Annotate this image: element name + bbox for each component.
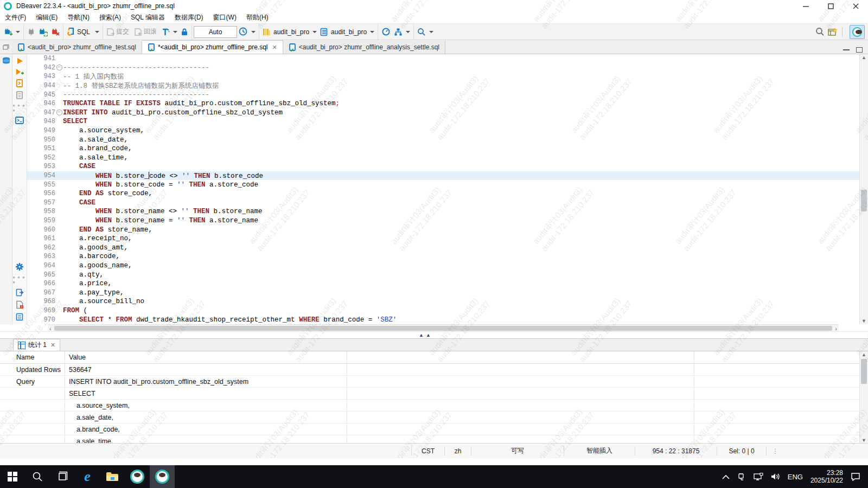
code-line-943[interactable]: 943-- 1 插入国内数据 <box>27 72 859 81</box>
connection-dropdown-caret[interactable] <box>16 31 20 33</box>
sql-editor-button[interactable]: SQL <box>65 26 93 37</box>
sql-dropdown-caret[interactable] <box>95 31 99 33</box>
table-row[interactable]: a.brand_code, <box>0 423 860 435</box>
minimize-editor-icon[interactable] <box>842 46 851 54</box>
export-result-icon[interactable] <box>16 288 24 297</box>
editor-vertical-scrollbar[interactable]: ▲ ▼ <box>859 54 868 324</box>
fold-column[interactable]: − <box>55 110 63 115</box>
commit-mode-combo[interactable]: Auto <box>194 26 237 38</box>
settings-gear-icon[interactable] <box>15 262 24 271</box>
action-center-icon[interactable] <box>851 472 860 481</box>
minimize-button[interactable] <box>793 0 818 12</box>
code-line-955[interactable]: 955 WHEN b.store_code = '' THEN a.store_… <box>27 180 859 189</box>
code-line-958[interactable]: 958 WHEN b.store_name <> '' THEN b.store… <box>27 207 859 216</box>
save-file-error-icon[interactable] <box>16 300 24 309</box>
code-line-951[interactable]: 951 a.brand_code, <box>27 144 859 153</box>
code-line-950[interactable]: 950 a.sale_date, <box>27 135 859 144</box>
fold-collapse-icon[interactable]: − <box>56 110 62 115</box>
plan-dropdown-caret[interactable] <box>406 31 410 33</box>
editor-tab-1[interactable]: <audit_bi_pro> zhumr_offline_test.sql <box>12 41 142 54</box>
execute-script-icon[interactable] <box>16 79 23 87</box>
code-line-969[interactable]: 969FROM ( <box>27 306 859 316</box>
menu-item-搜索(A)[interactable]: 搜索(A) <box>94 13 126 22</box>
tray-expand-chevron-icon[interactable] <box>722 474 730 479</box>
editor-horizontal-scrollbar[interactable]: ‹ › <box>48 324 839 332</box>
search-dropdown-caret[interactable] <box>429 31 433 33</box>
transaction-dropdown-caret[interactable] <box>173 31 177 33</box>
dbeaver-taskbar-icon[interactable] <box>125 465 150 488</box>
code-line-949[interactable]: 949 a.source_system, <box>27 126 859 136</box>
menu-item-导航(N)[interactable]: 导航(N) <box>62 13 94 22</box>
editor-scroll-thumb[interactable] <box>861 190 867 211</box>
output-console-icon[interactable] <box>15 117 24 124</box>
disconnect-button[interactable] <box>25 27 37 37</box>
code-line-953[interactable]: 953 CASE <box>27 162 859 171</box>
maximize-editor-icon[interactable] <box>855 46 864 54</box>
taskbar-clock[interactable]: 23:28 2025/10/22 <box>810 469 843 484</box>
history-dropdown-caret[interactable] <box>251 31 256 33</box>
global-search-icon[interactable] <box>814 26 826 37</box>
results-scroll-up-arrow[interactable]: ▲ <box>860 352 868 357</box>
file-compare-icon[interactable] <box>16 313 23 321</box>
dbeaver-perspective-button[interactable] <box>850 25 865 39</box>
table-row[interactable]: a.sale_time, <box>0 435 860 444</box>
menu-item-窗口(W)[interactable]: 窗口(W) <box>208 13 241 22</box>
results-scroll-down-arrow[interactable]: ▼ <box>860 438 868 443</box>
table-row[interactable]: Updated Rows536647 <box>0 364 860 376</box>
table-row[interactable]: a.source_system, <box>0 400 860 412</box>
table-row[interactable]: QueryINSERT INTO audit_bi_pro.custom_off… <box>0 376 860 388</box>
code-line-963[interactable]: 963 a.barcode, <box>27 252 859 261</box>
database-navigator-icon[interactable] <box>2 56 11 65</box>
code-line-966[interactable]: 966 a.price, <box>27 279 859 288</box>
dashboard-icon[interactable] <box>380 26 392 37</box>
editor-tab-2[interactable]: *<audit_bi_pro> zhumr_offline_pre.sql✕ <box>142 40 283 54</box>
code-line-962[interactable]: 962 a.goods_amt, <box>27 243 859 252</box>
code-line-965[interactable]: 965 a.qty, <box>27 270 859 279</box>
file-explorer-icon[interactable] <box>100 465 125 488</box>
taskbar-search-button[interactable] <box>25 465 50 488</box>
code-line-968[interactable]: 968 a.source_bill_no <box>27 297 859 306</box>
editor-tab-3[interactable]: <audit_bi_pro> zhumr_offline_analysis_se… <box>283 41 445 54</box>
menu-item-文件(F)[interactable]: 文件(F) <box>0 13 31 22</box>
code-line-945[interactable]: 945------------------------------------ <box>27 90 859 99</box>
code-line-970[interactable]: 970 SELECT * FROM dwd_trade_hkaudit_shop… <box>27 315 859 324</box>
start-button[interactable] <box>0 465 25 488</box>
rollback-button[interactable]: 回滚 <box>132 26 160 37</box>
table-row[interactable]: a.sale_date, <box>0 412 860 423</box>
tab-statistics[interactable]: 统计 1 ✕ <box>13 339 60 351</box>
dbeaver-taskbar-icon-active[interactable] <box>150 465 175 488</box>
code-line-957[interactable]: 957 CASE <box>27 198 859 208</box>
scroll-down-arrow[interactable]: ▼ <box>860 318 868 324</box>
menu-item-数据库(D)[interactable]: 数据库(D) <box>170 13 208 22</box>
export-plan-icon[interactable] <box>392 27 404 37</box>
menu-item-SQL 编辑器[interactable]: SQL 编辑器 <box>126 13 170 22</box>
code-line-941[interactable]: 941 <box>27 54 859 63</box>
abort-connection-button[interactable] <box>49 27 61 37</box>
code-line-956[interactable]: 956 END AS store_code, <box>27 189 859 198</box>
column-header-value[interactable]: Value <box>65 351 347 363</box>
statistics-tab-close-icon[interactable]: ✕ <box>50 342 55 349</box>
panel-sash[interactable]: ▲▲ <box>0 331 868 339</box>
code-line-952[interactable]: 952 a.sale_time, <box>27 153 859 163</box>
active-connection-name[interactable]: audit_bi_pro <box>273 28 309 36</box>
transaction-history-icon[interactable] <box>237 26 250 37</box>
active-schema-name[interactable]: audit_bi_pro <box>331 28 367 36</box>
sash-restore-arrows[interactable]: ▲▲ <box>419 332 431 338</box>
commit-button[interactable]: 提交 <box>105 26 132 37</box>
network-display-tray-icon[interactable] <box>754 473 763 480</box>
code-line-948[interactable]: 948SELECT <box>27 117 859 126</box>
toolbar-search-icon[interactable] <box>416 27 427 37</box>
fold-collapse-icon[interactable]: − <box>56 65 62 70</box>
code-line-944[interactable]: 944-- 1.8 替换SBZ老系统店铺数据为新系统店铺数据 <box>27 81 859 91</box>
reconnect-button[interactable] <box>37 27 49 37</box>
maximize-button[interactable] <box>818 0 843 12</box>
results-scroll-thumb[interactable] <box>861 359 867 384</box>
usb-tray-icon[interactable] <box>737 473 746 480</box>
code-line-959[interactable]: 959 WHEN b.store_name = '' THEN a.store_… <box>27 216 859 226</box>
input-language-indicator[interactable]: ENG <box>788 473 803 481</box>
task-view-button[interactable] <box>50 465 75 488</box>
column-header-name[interactable]: Name <box>0 351 65 363</box>
sql-code-editor[interactable]: 941942−---------------------------------… <box>27 54 859 324</box>
schema-select-caret[interactable] <box>370 31 374 33</box>
scroll-up-arrow[interactable]: ▲ <box>860 55 868 60</box>
